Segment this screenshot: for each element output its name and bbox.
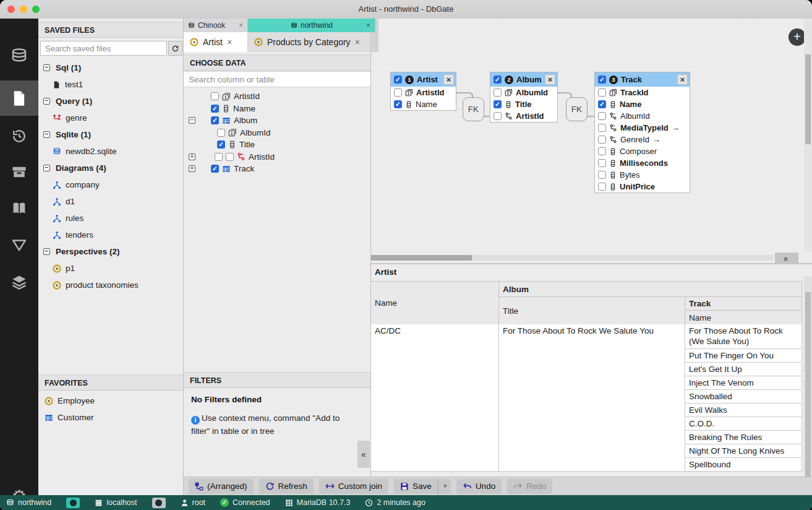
sidebar-item-files[interactable]: [0, 80, 38, 116]
checkbox-checked[interactable]: [211, 165, 219, 173]
saved-file-rules[interactable]: rules: [38, 210, 182, 227]
redo-button[interactable]: Redo: [507, 479, 552, 494]
grid-cell-track[interactable]: Night Of The Long Knives: [685, 444, 802, 458]
checkbox[interactable]: [598, 112, 606, 120]
horizontal-scrollbar[interactable]: [371, 255, 773, 261]
saved-file-d1[interactable]: d1: [38, 193, 182, 210]
collapse-panel-button[interactable]: [357, 441, 370, 468]
checkbox-checked[interactable]: [598, 100, 606, 108]
column-row-name[interactable]: Name: [595, 98, 690, 110]
column-row-bytes[interactable]: Bytes: [595, 169, 690, 181]
grid-cell-track[interactable]: Put The Finger On You: [685, 349, 802, 363]
tab-database-northwind[interactable]: northwind: [248, 19, 375, 32]
grid-cell-artist[interactable]: AC/DC: [371, 324, 499, 472]
collapse-icon[interactable]: [43, 165, 50, 171]
checkbox-checked[interactable]: [217, 140, 225, 149]
table-header-album[interactable]: 2 Album: [490, 72, 557, 87]
checkbox-checked[interactable]: [494, 100, 502, 108]
checkbox[interactable]: [215, 153, 223, 161]
grid-header-track-group[interactable]: Track: [685, 297, 802, 311]
checkbox[interactable]: [494, 112, 502, 120]
saved-files-group-query[interactable]: Query (1): [38, 93, 182, 110]
diagram-table-track[interactable]: 3 Track 1TrackId Name AlbumId MediaTypeI…: [595, 72, 690, 192]
checkbox[interactable]: [598, 147, 606, 155]
diagram-canvas[interactable]: 1 Artist 1 ArtistId Name FK 2 Album: [371, 19, 812, 263]
checkbox-checked[interactable]: [494, 76, 502, 84]
saved-file-product-taxonomies[interactable]: product taxonomies: [38, 277, 182, 293]
collapse-icon[interactable]: [189, 117, 195, 124]
grid-cell-track[interactable]: For Those About To Rock (We Salute You): [685, 324, 802, 349]
table-header-artist[interactable]: 1 Artist: [391, 72, 456, 87]
tree-item-title[interactable]: Title: [184, 139, 370, 151]
scrollbar-thumb[interactable]: [805, 54, 811, 144]
column-row-artistid-fk[interactable]: ArtistId: [490, 110, 557, 122]
arranged-button[interactable]: (Arranged): [189, 479, 254, 494]
saved-file-company[interactable]: company: [38, 176, 182, 193]
grid-cell-track[interactable]: Inject The Venom: [685, 376, 802, 390]
column-row-name[interactable]: Name: [391, 98, 456, 110]
tab-products-by-category[interactable]: Products by Category: [248, 32, 370, 52]
tree-item-artistid-fk[interactable]: ArtistId: [184, 151, 370, 163]
reference-arrow-icon[interactable]: →: [652, 135, 660, 144]
custom-join-button[interactable]: Custom join: [319, 479, 388, 494]
checkbox-checked[interactable]: [211, 116, 219, 124]
diagram-table-artist[interactable]: 1 Artist 1 ArtistId Name: [391, 72, 456, 110]
grid-cell-track[interactable]: Snowballed: [685, 390, 802, 404]
checkbox[interactable]: [211, 92, 219, 100]
saved-files-group-diagrams[interactable]: Diagrams (4): [38, 160, 182, 176]
checkbox[interactable]: [217, 129, 225, 137]
tree-item-albumid[interactable]: 1 AlbumId: [184, 127, 370, 139]
saved-file-tenders[interactable]: tenders: [38, 227, 182, 243]
sidebar-item-layers[interactable]: [0, 265, 38, 300]
checkbox[interactable]: [598, 124, 606, 132]
sidebar-item-archive[interactable]: [0, 155, 38, 189]
grid-header-artist-name[interactable]: Name: [371, 282, 499, 325]
close-table-icon[interactable]: [443, 74, 454, 85]
tab-artist[interactable]: Artist: [184, 32, 247, 52]
collapse-icon[interactable]: [43, 248, 50, 255]
grid-cell-track[interactable]: Breaking The Rules: [685, 431, 802, 444]
save-button[interactable]: Save: [394, 479, 438, 494]
column-row-milliseconds[interactable]: Milliseconds: [595, 157, 690, 169]
saved-files-group-sqlite[interactable]: Sqlite (1): [38, 126, 182, 143]
tab-database-chinook[interactable]: Chinook: [184, 19, 248, 32]
saved-file-test1[interactable]: test1: [38, 76, 182, 93]
close-tab-icon[interactable]: [366, 21, 370, 30]
column-row-albumid-fk[interactable]: AlbumId: [595, 110, 690, 122]
tree-item-track[interactable]: Track: [184, 163, 370, 175]
checkbox[interactable]: [394, 89, 402, 97]
scrollbar-thumb[interactable]: [805, 292, 811, 478]
favorite-employee[interactable]: Employee: [38, 392, 182, 409]
collapse-icon[interactable]: [43, 131, 50, 138]
refresh-button[interactable]: Refresh: [259, 479, 314, 494]
close-table-icon[interactable]: [677, 74, 688, 85]
sidebar-item-database-icon[interactable]: [0, 39, 38, 74]
sidebar-item-book[interactable]: [0, 191, 38, 225]
expand-up-button[interactable]: [775, 253, 798, 263]
collapse-icon[interactable]: [43, 98, 50, 105]
saved-file-genre[interactable]: genre: [38, 110, 182, 126]
checkbox[interactable]: [598, 171, 606, 179]
choose-data-search-input[interactable]: [184, 71, 370, 87]
grid-cell-track[interactable]: Let's Get It Up: [685, 363, 802, 376]
sidebar-item-filter[interactable]: [0, 228, 38, 262]
grid-cell-track[interactable]: Spellbound: [685, 458, 802, 472]
column-row-composer[interactable]: Composer: [595, 145, 690, 157]
checkbox-checked[interactable]: [394, 76, 402, 84]
column-row-unitprice[interactable]: UnitPrice: [595, 181, 690, 192]
grid-cell-track[interactable]: C.O.D.: [685, 417, 802, 431]
scrollbar-thumb[interactable]: [371, 255, 472, 261]
close-tab-icon[interactable]: [355, 37, 360, 47]
column-row-albumid[interactable]: 1 AlbumId: [490, 87, 557, 98]
tree-item-name[interactable]: Name: [184, 103, 370, 115]
tree-item-album[interactable]: Album: [184, 115, 370, 127]
close-table-icon[interactable]: [545, 74, 555, 85]
checkbox[interactable]: [494, 89, 502, 97]
checkbox-checked[interactable]: [598, 76, 606, 84]
favorite-customer[interactable]: Customer: [38, 409, 182, 426]
checkbox[interactable]: [226, 153, 234, 161]
add-table-button[interactable]: [788, 28, 806, 46]
column-row-artistid[interactable]: 1 ArtistId: [391, 87, 456, 98]
grid-header-album-title[interactable]: Title: [499, 297, 685, 325]
saved-files-group-sql[interactable]: Sql (1): [38, 59, 182, 76]
